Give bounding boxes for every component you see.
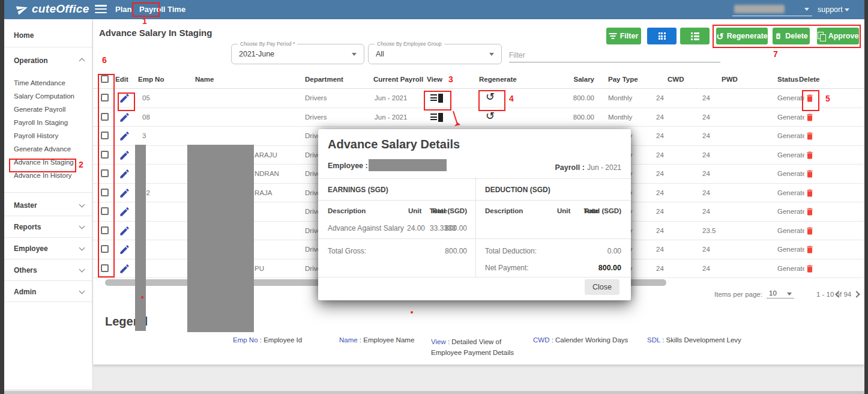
topbar: cuteOffice Plan Payroll Time support (4, 0, 864, 19)
filter-button[interactable]: Filter (606, 28, 641, 44)
name-cell: PU (255, 265, 264, 272)
items-per-page-select[interactable]: 10 (767, 289, 794, 299)
edit-pencil-icon[interactable] (119, 168, 130, 180)
edit-pencil-icon[interactable] (119, 92, 130, 104)
user-menu-underline (732, 16, 812, 16)
topnav-time[interactable]: Time (167, 0, 185, 19)
sidebar-item-advance-in-history[interactable]: Advance In History (14, 172, 72, 179)
pwd-cell: 24 (702, 208, 710, 215)
legend-item: Emp No : Employee Id (233, 336, 302, 344)
sidebar-item-generate-payroll[interactable]: Generate Payroll (14, 106, 65, 113)
filter-input[interactable] (509, 48, 720, 62)
chevron-down-icon (787, 292, 792, 296)
row-regenerate-icon[interactable]: ↺ (486, 111, 495, 121)
approve-icon (818, 32, 825, 40)
modal-title: Advance Salary Details (328, 138, 460, 151)
view-details-icon[interactable] (430, 94, 444, 103)
row-checkbox[interactable] (101, 245, 109, 253)
legend-item-desc: Skills Development Levy (666, 336, 741, 344)
status-cell: Generated (777, 227, 804, 234)
row-delete-icon[interactable] (805, 169, 815, 179)
col-header-pwd: PWD (722, 76, 738, 83)
row-checkbox[interactable] (101, 226, 109, 234)
user-caret-icon[interactable] (804, 8, 809, 11)
sidebar-section-operation[interactable]: Operation (14, 56, 48, 65)
chevron-down-icon (79, 223, 85, 229)
next-page-icon[interactable] (853, 291, 860, 297)
department-cell: Drivers (305, 114, 327, 121)
row-checkbox[interactable] (101, 169, 109, 177)
sidebar-item-time-attendance[interactable]: Time Attendance (14, 79, 65, 86)
annotation-2: 2 (79, 160, 83, 169)
sidebar-item-generate-advance[interactable]: Generate Advance (14, 145, 71, 153)
employee-label: Employee : (328, 162, 368, 170)
annotation-arrow (450, 110, 465, 132)
row-checkbox[interactable] (101, 113, 109, 121)
edit-pencil-icon[interactable] (119, 187, 130, 199)
grid-view-button[interactable] (647, 28, 677, 44)
row-checkbox[interactable] (101, 264, 109, 272)
employee-group-select[interactable]: Choose By Employee Group All (368, 44, 502, 64)
row-checkbox[interactable] (101, 132, 109, 139)
edit-pencil-icon[interactable] (119, 244, 130, 255)
sidebar-item-payroll-in-staging[interactable]: Payroll In Staging (14, 119, 68, 126)
legend-item: View : Detailed View of Employee Payment… (431, 336, 533, 359)
row-regenerate-icon[interactable]: ↺ (486, 91, 495, 102)
sidebar-item-advance-in-staging[interactable]: Advance In Staging (14, 159, 74, 166)
total-deduction-value: 0.00 (579, 247, 621, 255)
list-view-button[interactable] (680, 28, 710, 44)
approve-button[interactable]: Approve (817, 28, 859, 44)
row-delete-icon[interactable] (805, 93, 815, 103)
row-checkbox[interactable] (101, 94, 109, 102)
close-button[interactable]: Close (585, 279, 619, 295)
edit-pencil-icon[interactable] (119, 150, 130, 161)
row-delete-icon[interactable] (805, 112, 815, 123)
support-caret-icon[interactable] (845, 8, 849, 11)
row-checkbox[interactable] (101, 189, 109, 196)
sidebar-item-home[interactable]: Home (14, 31, 34, 40)
row-delete-icon[interactable] (805, 131, 815, 141)
cwd-cell: 24 (656, 189, 664, 196)
items-per-page-label: Items per page: (714, 291, 762, 298)
col-header-status: Status (777, 76, 798, 83)
row-delete-icon[interactable] (805, 188, 815, 198)
employee-group-label: Choose By Employee Group (375, 41, 444, 47)
edit-pencil-icon[interactable] (119, 112, 130, 123)
row-delete-icon[interactable] (805, 150, 815, 160)
chevron-up-icon[interactable] (79, 58, 85, 64)
topnav-plan[interactable]: Plan (115, 0, 131, 19)
pay-period-select[interactable]: Choose By Pay Period * 2021-June (231, 44, 364, 64)
regenerate-button[interactable]: ↺ Regenerate (716, 28, 768, 44)
select-all-checkbox[interactable] (101, 75, 109, 83)
current-payroll-cell: Jun - 2021 (375, 114, 407, 121)
sidebar-item-payroll-history[interactable]: Payroll History (14, 132, 58, 139)
name-cell: ARAJU (255, 151, 277, 159)
view-details-icon[interactable] (430, 113, 444, 122)
table-row: 08 Drivers Jun - 2021 ↺ 800.00 Monthly 2… (93, 108, 864, 127)
row-checkbox[interactable] (101, 151, 109, 159)
edit-pencil-icon[interactable] (119, 225, 130, 237)
delete-button[interactable]: Delete (773, 28, 810, 44)
chevron-down-icon (79, 245, 85, 251)
sidebar-item-salary-computation[interactable]: Salary Computation (14, 92, 74, 100)
row-delete-icon[interactable] (805, 264, 815, 274)
username-redacted[interactable] (734, 5, 785, 13)
current-payroll-cell: Jun - 2021 (375, 94, 407, 102)
row-checkbox[interactable] (101, 207, 109, 215)
edit-pencil-icon[interactable] (119, 130, 130, 142)
pwd-cell: 24 (702, 132, 710, 139)
row-delete-icon[interactable] (805, 226, 815, 236)
edit-pencil-icon[interactable] (119, 263, 130, 274)
status-cell: Generated (777, 132, 804, 139)
chevron-down-icon (79, 202, 85, 208)
filter-icon (609, 33, 617, 39)
deduction-section-title: DEDUCTION (SGD) (485, 186, 550, 194)
app-logo[interactable]: cuteOffice (16, 2, 89, 16)
row-delete-icon[interactable] (805, 207, 815, 217)
edit-pencil-icon[interactable] (119, 206, 130, 217)
menu-icon[interactable] (95, 5, 107, 14)
support-menu[interactable]: support (818, 0, 843, 19)
row-delete-icon[interactable] (805, 244, 815, 255)
legend-item-label: View : (431, 338, 451, 345)
sidebar-section-label: Reports (14, 223, 41, 231)
